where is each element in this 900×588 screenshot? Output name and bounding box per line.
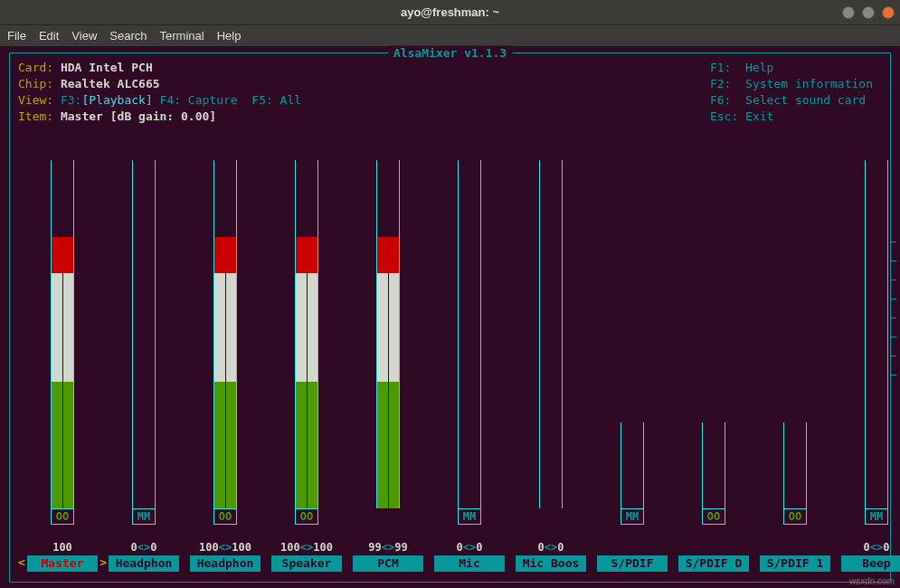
level-readout: 100<>100: [199, 541, 251, 555]
tick: [891, 261, 896, 261]
mute-indicator[interactable]: OO: [295, 508, 318, 525]
volume-bar[interactable]: [621, 422, 644, 508]
level-readout: 0<>0: [538, 541, 564, 555]
tick: [891, 356, 896, 356]
channel-headphon[interactable]: MM0<>0Headphon: [109, 160, 179, 572]
volume-bar[interactable]: [865, 160, 888, 508]
channel-master[interactable]: OO100<>Master: [27, 160, 98, 572]
window-close-button[interactable]: [882, 6, 895, 19]
mute-indicator[interactable]: OO: [783, 508, 807, 525]
mute-indicator[interactable]: OO: [702, 508, 725, 525]
tick: [891, 375, 896, 375]
window-maximize-button[interactable]: [862, 6, 875, 19]
esc-key: Esc:: [710, 109, 738, 123]
view-f5[interactable]: F5: All: [251, 93, 301, 107]
channels-row: OO100<>MasterMM0<>0HeadphonOO100<>100Hea…: [27, 160, 889, 572]
mute-indicator[interactable]: MM: [132, 508, 156, 525]
f1-label: Help: [745, 61, 773, 74]
channel-label[interactable]: Speaker: [271, 555, 342, 572]
f1-key: F1:: [710, 61, 731, 74]
volume-bar[interactable]: [51, 160, 74, 508]
chip-value: Realtek ALC665: [61, 77, 160, 90]
view-f4[interactable]: F4: Capture: [160, 93, 238, 107]
volume-bar[interactable]: [783, 422, 807, 508]
menu-terminal[interactable]: Terminal: [160, 29, 204, 43]
mute-indicator[interactable]: MM: [865, 508, 888, 525]
channel-label[interactable]: Headphon: [190, 555, 261, 572]
level-readout: 99<>99: [368, 541, 407, 555]
app-title: AlsaMixer v1.1.3: [388, 46, 512, 60]
card-label: Card:: [18, 61, 53, 74]
item-value: Master [dB gain: 0.00]: [61, 109, 216, 123]
volume-bar[interactable]: [132, 160, 156, 508]
menubar: File Edit View Search Terminal Help: [0, 25, 900, 47]
menu-help[interactable]: Help: [217, 29, 242, 43]
level-readout: 100: [52, 541, 72, 555]
mute-indicator[interactable]: MM: [621, 508, 644, 525]
menu-file[interactable]: File: [7, 29, 26, 43]
volume-bar[interactable]: [295, 160, 318, 508]
help-block: F1: Help F2: System information F6: Sele…: [710, 60, 873, 125]
item-label: Item:: [18, 109, 53, 123]
window-titlebar: ayo@freshman: ~: [0, 0, 900, 25]
chip-label: Chip:: [18, 77, 53, 90]
selection-marker-right: >: [99, 555, 107, 569]
level-readout: 0<>0: [864, 541, 890, 555]
selection-marker-left: <: [18, 555, 25, 569]
channel-label[interactable]: Master: [27, 555, 98, 572]
window-minimize-button[interactable]: [842, 6, 855, 19]
volume-bar[interactable]: [702, 422, 725, 508]
volume-bar[interactable]: [539, 160, 563, 508]
terminal-body[interactable]: AlsaMixer v1.1.3 Card: HDA Intel PCH Chi…: [0, 47, 900, 588]
view-label: View:: [18, 93, 53, 107]
tick: [891, 299, 896, 299]
channel-s-pdif-d[interactable]: OOS/PDIF D: [678, 160, 749, 572]
channel-label[interactable]: Mic: [434, 555, 505, 572]
channel-s-pdif[interactable]: MMS/PDIF: [597, 160, 668, 572]
mute-indicator[interactable]: OO: [213, 508, 237, 525]
tick: [891, 337, 896, 337]
view-playback[interactable]: [Playback]: [81, 93, 152, 107]
volume-bar[interactable]: [458, 160, 481, 508]
mute-indicator[interactable]: OO: [51, 508, 74, 525]
channel-s-pdif-1[interactable]: OOS/PDIF 1: [760, 160, 830, 572]
menu-view[interactable]: View: [71, 29, 97, 43]
level-readout: 0<>0: [457, 541, 483, 555]
menu-edit[interactable]: Edit: [39, 29, 59, 43]
info-block: Card: HDA Intel PCH Chip: Realtek ALC665…: [18, 60, 301, 125]
card-value: HDA Intel PCH: [61, 61, 153, 74]
channel-label[interactable]: S/PDIF 1: [760, 555, 830, 572]
tick: [891, 242, 896, 242]
view-f3-key: F3:: [61, 93, 81, 107]
f6-key: F6:: [710, 93, 731, 107]
level-readout: 100<>100: [280, 541, 333, 555]
level-readout: 0<>0: [131, 541, 157, 555]
channel-pcm[interactable]: 99<>99PCM: [353, 160, 423, 572]
channel-label[interactable]: Mic Boos: [516, 555, 586, 572]
mute-indicator[interactable]: MM: [458, 508, 481, 525]
channel-mic[interactable]: MM0<>0Mic: [434, 160, 505, 572]
channel-headphon[interactable]: OO100<>100Headphon: [190, 160, 261, 572]
window-title: ayo@freshman: ~: [401, 5, 499, 19]
esc-label: Exit: [745, 109, 773, 123]
volume-bar[interactable]: [376, 160, 400, 508]
channel-mic-boos[interactable]: 0<>0Mic Boos: [516, 160, 586, 572]
channel-label[interactable]: Headphon: [109, 555, 179, 572]
tick: [891, 318, 896, 318]
scale-ticks: [891, 242, 896, 375]
f2-label: System information: [745, 77, 873, 90]
menu-search[interactable]: Search: [109, 29, 147, 43]
channel-label[interactable]: S/PDIF: [597, 555, 668, 572]
volume-bar[interactable]: [213, 160, 237, 508]
watermark: wsxdn.com: [849, 576, 895, 586]
channel-label[interactable]: Beep: [841, 555, 900, 572]
channel-label[interactable]: PCM: [353, 555, 423, 572]
channel-speaker[interactable]: OO100<>100Speaker: [271, 160, 342, 572]
f2-key: F2:: [710, 77, 731, 90]
window-controls: [842, 6, 895, 19]
channel-label[interactable]: S/PDIF D: [678, 555, 749, 572]
tick: [891, 280, 896, 280]
f6-label: Select sound card: [745, 93, 866, 107]
